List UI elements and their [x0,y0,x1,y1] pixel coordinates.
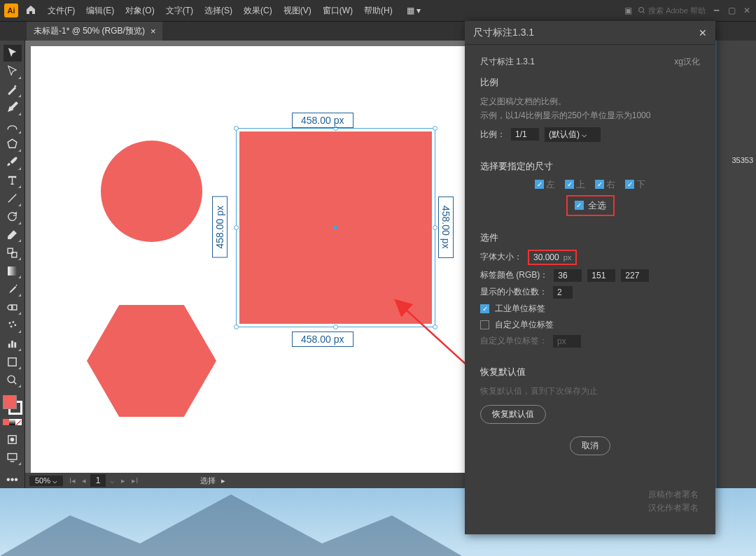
svg-point-18 [8,376,15,383]
scale-tool[interactable] [4,244,22,261]
center-handle[interactable] [333,225,337,229]
hexagon-shape[interactable] [87,305,216,417]
symbol-sprayer-tool[interactable] [4,317,22,334]
font-size-input[interactable]: 30.000 [533,252,559,262]
search-input[interactable]: 搜索 Adobe 帮助 [638,6,706,16]
menu-help[interactable]: 帮助(H) [360,5,397,17]
document-tab-title: 未标题-1* @ 50% (RGB/预览) [34,25,145,37]
page-navigator[interactable]: I◂◂ 1 ⌵▸▸I [67,474,140,487]
edit-toolbar[interactable]: ••• [4,471,22,488]
panel-credits: 原稿作者署名汉化作者署名 [648,488,699,515]
industry-units-label: 工业单位标签 [495,303,545,315]
resize-handle[interactable] [234,325,239,329]
custom-units-input[interactable]: px [553,335,581,348]
menu-file[interactable]: 文件(F) [43,5,79,17]
menu-type[interactable]: 文字(T) [162,5,197,17]
eraser-tool[interactable] [4,227,22,243]
gradient-tool[interactable] [4,262,22,279]
rotate-tool[interactable] [4,208,22,225]
chk-right[interactable]: ✓ [595,180,604,189]
home-icon[interactable] [21,4,41,17]
eyedropper-tool[interactable] [4,280,22,297]
menu-bar: Ai 文件(F) 编辑(E) 对象(O) 文字(T) 选择(S) 效果(C) 视… [0,0,756,21]
svg-rect-15 [11,341,13,348]
rectangle-tool[interactable] [4,136,22,152]
restore-hint: 恢复默认值，直到下次保存为止 [480,384,700,398]
chk-top[interactable]: ✓ [565,180,574,189]
type-tool[interactable] [4,172,22,189]
svg-point-12 [14,324,16,326]
menu-select[interactable]: 选择(S) [200,5,237,17]
menu-window[interactable]: 窗口(W) [318,5,357,17]
draw-mode[interactable] [4,431,22,448]
restore-defaults-button[interactable]: 恢复默认值 [480,405,546,424]
resize-handle[interactable] [433,325,438,329]
svg-rect-16 [14,342,16,348]
arrange-docs-icon[interactable]: ▣ [624,6,632,15]
right-side-readout: 35353 [732,156,753,164]
color-r-input[interactable]: 36 [554,269,582,282]
color-swatch[interactable] [3,395,22,415]
document-tab[interactable]: 未标题-1* @ 50% (RGB/预览) × [27,22,162,41]
dimension-panel: 尺寸标注1.3.1 ✕ 尺寸标注 1.3.1 xg汉化 比例 定义图稿/文档的比… [465,21,715,534]
color-b-input[interactable]: 227 [621,269,649,282]
direct-selection-tool[interactable] [4,63,22,80]
curvature-tool[interactable] [4,117,22,134]
chk-select-all[interactable]: ✓ [575,201,584,210]
chk-industry-units[interactable]: ✓ [480,304,489,313]
svg-rect-14 [8,343,10,348]
dimension-label-bottom: 458.00 px [292,332,354,347]
paintbrush-tool[interactable] [4,154,22,171]
color-g-input[interactable]: 151 [587,269,615,282]
restore-heading: 恢复默认值 [480,366,700,378]
select-dims-heading: 选择要指定的尺寸 [480,160,700,173]
line-tool[interactable] [4,190,22,207]
resize-handle[interactable] [234,225,239,230]
decimals-input[interactable]: 2 [553,286,573,299]
zoom-level[interactable]: 50% ⌵ [29,476,63,486]
menu-edit[interactable]: 编辑(E) [82,5,118,17]
status-mode: 选择 [200,476,216,486]
menu-view[interactable]: 视图(V) [279,5,316,17]
resize-handle[interactable] [433,126,438,131]
svg-rect-17 [8,358,16,366]
tab-close-icon[interactable]: × [150,26,156,36]
svg-line-19 [14,381,17,384]
chk-bottom[interactable]: ✓ [625,180,634,189]
minimize-icon[interactable]: ━ [711,6,721,15]
svg-marker-0 [0,494,462,556]
scale-default-select[interactable]: (默认值) ⌵ [545,127,601,142]
scale-value-input[interactable]: 1/1 [511,128,539,141]
workspace-switcher-icon[interactable]: ▦ ▾ [407,6,421,15]
menu-object[interactable]: 对象(O) [121,5,158,17]
resize-handle[interactable] [234,126,239,131]
svg-point-10 [9,322,11,324]
scale-label: 比例： [480,129,505,141]
color-mode-mini[interactable] [3,419,22,425]
menu-effect[interactable]: 效果(C) [239,5,276,17]
selection-tool[interactable] [4,45,22,62]
font-size-highlight: 30.000 px [528,250,577,265]
artboard[interactable]: 458.00 px 458.00 px 458.00 px 458.00 px [31,46,486,473]
blend-tool[interactable] [4,299,22,315]
pen-tool[interactable] [4,99,22,116]
circle-shape[interactable] [101,141,202,242]
zoom-tool[interactable] [4,371,22,388]
dimension-label-top: 458.00 px [292,113,354,128]
resize-handle[interactable] [333,325,338,329]
cancel-button[interactable]: 取消 [570,436,610,455]
artboard-tool[interactable] [4,353,22,370]
resize-handle[interactable] [433,225,438,230]
svg-line-2 [643,12,645,14]
close-icon[interactable]: ✕ [742,6,752,15]
screen-mode[interactable] [4,449,22,466]
chk-left[interactable]: ✓ [535,180,544,189]
canvas-area: 458.00 px 458.00 px 458.00 px 458.00 px … [25,41,491,488]
svg-line-4 [8,194,16,202]
chk-custom-units[interactable] [480,320,489,329]
panel-close-icon[interactable]: ✕ [699,27,707,38]
magic-wand-tool[interactable] [4,81,22,98]
maximize-icon[interactable]: ▢ [727,6,736,15]
column-graph-tool[interactable] [4,335,22,352]
custom-units-label: 自定义单位标签 [495,319,554,331]
